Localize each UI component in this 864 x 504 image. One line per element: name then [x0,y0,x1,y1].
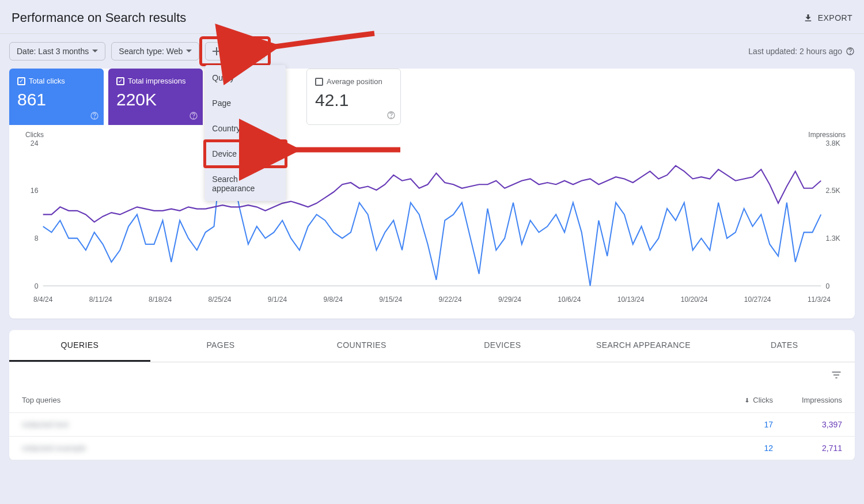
checkbox-icon [315,78,323,86]
help-icon[interactable] [386,111,396,120]
column-header-clicks[interactable]: Clicks [715,396,773,404]
dropdown-item-device[interactable]: Device [205,141,286,166]
export-button[interactable]: EXPORT [803,13,852,23]
checkbox-icon [116,77,124,85]
x-tick: 10/6/24 [558,295,581,304]
search-type-filter-chip[interactable]: Search type: Web [111,42,199,60]
query-cell: redacted example [22,444,715,453]
clicks-cell: 12 [715,444,773,453]
impressions-cell: 2,711 [773,444,842,453]
x-tick: 10/27/24 [744,295,771,304]
table-header: Top queries Clicks Impressions [9,388,855,413]
svg-text:24: 24 [31,139,39,147]
svg-text:2.5K: 2.5K [825,187,840,195]
x-tick: 9/1/24 [268,295,287,304]
x-tick: 8/18/24 [149,295,172,304]
column-header-query: Top queries [22,396,715,404]
chevron-down-icon [92,48,98,54]
x-tick: 9/15/24 [379,295,402,304]
x-tick: 9/8/24 [324,295,343,304]
dropdown-item-country[interactable]: Country [205,116,286,141]
dropdown-item-search-appearance[interactable]: Search appearance [205,166,286,201]
tab-devices[interactable]: DEVICES [432,330,573,362]
checkbox-icon [17,77,25,85]
svg-point-5 [194,118,194,119]
metric-average-position[interactable]: Average position 42.1 [306,69,401,125]
svg-text:0: 0 [825,282,829,290]
x-tick: 10/20/24 [681,295,708,304]
impressions-cell: 3,397 [773,420,842,429]
performance-card: Total clicks 861 Total impressions 220K … [9,69,855,319]
last-updated-text: Last updated: 2 hours ago [748,47,855,56]
tab-search-appearance[interactable]: SEARCH APPEARANCE [573,330,714,362]
metric-total-impressions[interactable]: Total impressions 220K [108,69,203,125]
query-cell: redacted text [22,420,715,429]
column-header-impressions[interactable]: Impressions [773,396,842,404]
arrow-down-icon [744,397,751,404]
x-tick: 9/29/24 [498,295,521,304]
dropdown-item-query[interactable]: Query [205,65,286,90]
download-icon [803,13,813,23]
x-tick: 8/25/24 [208,295,231,304]
x-tick: 9/22/24 [439,295,462,304]
page-title: Performance on Search results [12,10,186,25]
svg-point-3 [94,118,95,119]
svg-text:1.3K: 1.3K [825,234,840,242]
add-filter-dropdown: Query Page Country Device Search appeara… [205,65,286,201]
clicks-cell: 17 [715,420,773,429]
dropdown-item-page[interactable]: Page [205,90,286,116]
filter-icon[interactable] [831,369,842,381]
date-filter-chip[interactable]: Date: Last 3 months [9,42,105,60]
x-tick: 10/13/24 [617,295,645,304]
performance-chart: Clicks Impressions 2416803.8K2.5K1.3K0 8… [9,125,855,319]
svg-text:8: 8 [35,234,39,242]
help-icon[interactable] [90,111,99,120]
metric-total-clicks[interactable]: Total clicks 861 [9,69,104,125]
help-icon[interactable] [846,47,855,56]
table-row[interactable]: redacted example122,711 [9,437,855,460]
chevron-down-icon [186,48,192,54]
x-tick: 11/3/24 [808,295,831,304]
add-filter-button[interactable]: Add filter [205,42,264,60]
x-tick: 8/4/24 [33,295,52,304]
svg-point-7 [391,118,392,118]
tab-countries[interactable]: COUNTRIES [291,330,432,362]
y-right-label: Impressions [808,131,846,139]
svg-text:3.8K: 3.8K [825,139,840,147]
tab-dates[interactable]: DATES [714,330,855,362]
svg-text:0: 0 [35,282,39,290]
dimensions-card: QUERIES PAGES COUNTRIES DEVICES SEARCH A… [9,330,855,460]
plus-icon [213,47,221,55]
help-icon[interactable] [189,111,198,120]
svg-text:16: 16 [31,187,39,195]
table-row[interactable]: redacted text173,397 [9,413,855,437]
y-left-label: Clicks [25,131,44,139]
tab-pages[interactable]: PAGES [150,330,291,362]
svg-point-1 [850,54,851,54]
x-tick: 8/11/24 [89,295,112,304]
tab-queries[interactable]: QUERIES [9,330,150,362]
